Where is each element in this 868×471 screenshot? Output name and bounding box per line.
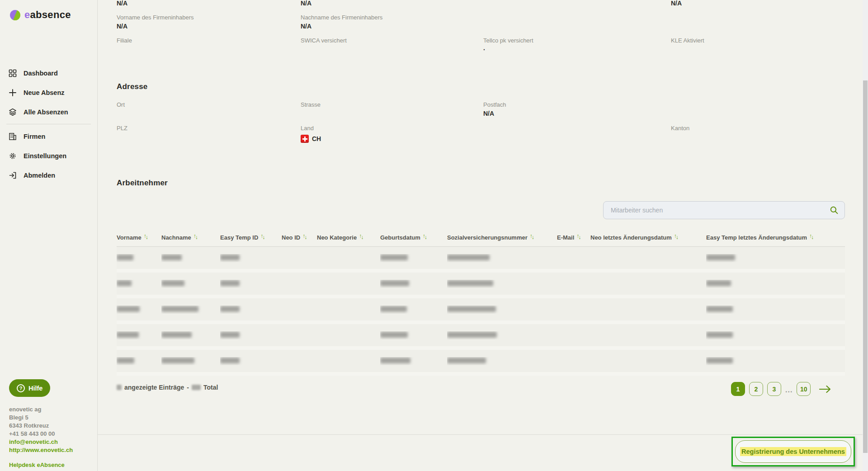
ort-label: Ort [117,101,125,108]
column-header-neo-id[interactable]: Neo ID↑↓ [282,234,317,241]
page-button-3[interactable]: 3 [767,382,781,396]
table-cell [220,254,282,262]
next-page-arrow-icon[interactable] [819,385,831,393]
entries-dash: - [187,384,189,391]
table-cell [447,357,557,365]
sort-icon[interactable]: ↑↓ [193,234,197,240]
column-header-neo-kategorie[interactable]: Neo Kategorie↑↓ [317,234,380,241]
sort-icon[interactable]: ↑↓ [530,234,533,240]
column-header-vorname[interactable]: Vorname↑↓ [117,234,161,241]
table-row[interactable] [117,350,845,376]
redacted-text [380,306,407,312]
column-header-label: E-Mail [557,234,574,241]
table-cell [117,306,161,314]
app-logo[interactable]: eabsence [10,9,71,21]
sort-icon[interactable]: ↑↓ [809,234,813,240]
redacted-text [380,280,409,286]
helpdesk-link[interactable]: Helpdesk eAbsence [9,461,73,469]
column-header-easy-temp-letztes-änderungsdatum[interactable]: Easy Temp letztes Änderungsdatum↑↓ [706,234,845,241]
contact-link[interactable]: info@enovetic.ch [9,438,73,446]
sort-icon[interactable]: ↑↓ [423,234,426,240]
sidebar-divider [6,124,91,124]
contact-line: Blegi 5 [9,414,73,422]
sidebar-item-abmelden[interactable]: Abmelden [0,165,98,185]
sort-icon[interactable]: ↑↓ [674,234,678,240]
vertical-scrollbar[interactable] [863,0,868,471]
table-cell [380,306,447,314]
redacted-text [220,358,240,363]
search-input[interactable] [610,206,829,214]
table-cell [380,331,447,339]
register-company-button[interactable]: Registrierung des Unternehmens [735,440,851,463]
search-icon[interactable] [829,205,839,215]
redacted-text [447,332,497,338]
scrollbar-thumb[interactable] [863,80,868,453]
sort-icon[interactable]: ↑↓ [260,234,264,240]
sidebar-item-label: Dashboard [24,70,58,77]
contact-link[interactable]: http://www.enovetic.ch [9,446,73,454]
table-cell [220,306,282,314]
sidebar-item-neue-absenz[interactable]: Neue Absenz [0,83,98,102]
sidebar-nav: DashboardNeue AbsenzAlle AbsenzenFirmenE… [0,63,98,185]
table-cell [117,331,161,339]
page-button-10[interactable]: 10 [797,382,811,396]
entries-summary: angezeigte Einträge - Total [117,384,218,391]
sidebar-item-einstellungen[interactable]: Einstellungen [0,146,98,165]
sidebar-item-alle-absenzen[interactable]: Alle Absenzen [0,102,98,122]
sidebar-contact: enovetic agBlegi 56343 Rotkreuz+41 58 44… [9,405,73,469]
layers-icon [9,108,17,116]
help-button-label: Hilfe [28,385,42,392]
pagination-ellipsis: ... [785,386,793,396]
redacted-total-count [192,385,201,390]
sidebar-item-firmen[interactable]: Firmen [0,127,98,146]
entries-label: angezeigte Einträge [124,384,184,391]
table-cell [380,254,447,262]
sidebar-item-dashboard[interactable]: Dashboard [0,63,98,83]
register-company-button-label: Registrierung des Unternehmens [740,447,846,456]
table-row[interactable] [117,247,845,273]
table-cell [447,254,557,262]
table-cell [117,357,161,365]
sort-icon[interactable]: ↑↓ [359,234,363,240]
table-cell [706,306,845,314]
table-cell [706,357,845,365]
help-button[interactable]: ? Hilfe [9,379,50,397]
question-mark-icon: ? [17,384,25,392]
redacted-text [161,306,198,312]
column-header-nachname[interactable]: Nachname↑↓ [161,234,220,241]
table-cell [447,331,557,339]
column-header-geburtsdatum[interactable]: Geburtsdatum↑↓ [380,234,447,241]
employee-search-box [603,201,845,219]
column-header-label: Nachname [161,234,191,241]
table-cell [161,254,220,262]
sort-icon[interactable]: ↑↓ [576,234,580,240]
contact-line: 6343 Rotkreuz [9,422,73,430]
column-header-label: Geburtsdatum [380,234,420,241]
column-header-neo-letztes-änderungsdatum[interactable]: Neo letztes Änderungsdatum↑↓ [590,234,706,241]
sidebar-item-label: Einstellungen [24,152,66,160]
dashboard-grid-icon [9,69,17,77]
redacted-text [161,358,194,363]
table-cell [161,280,220,288]
sort-icon[interactable]: ↑↓ [302,234,306,240]
column-header-e-mail[interactable]: E-Mail↑↓ [557,234,590,241]
address-heading: Adresse [117,82,148,91]
table-header-row: Vorname↑↓Nachname↑↓Easy Temp ID↑↓Neo ID↑… [117,228,845,247]
page-button-2[interactable]: 2 [749,382,763,396]
column-header-easy-temp-id[interactable]: Easy Temp ID↑↓ [220,234,282,241]
column-header-sozialversicherungsnummer[interactable]: Sozialversicherungsnummer↑↓ [447,234,557,241]
table-row[interactable] [117,298,845,324]
sidebar-item-label: Abmelden [24,172,55,179]
table-row[interactable] [117,324,845,350]
sort-icon[interactable]: ↑↓ [144,234,147,240]
table-cell [117,254,161,262]
kanton-label: Kanton [671,125,689,132]
table-row[interactable] [117,273,845,298]
column-header-label: Neo letztes Änderungsdatum [590,234,672,241]
strasse-label: Strasse [301,101,321,108]
page-button-1[interactable]: 1 [731,382,745,396]
main-content: N/A N/A N/A Vorname des Firmeninhabers N… [98,0,863,471]
filiale-label: Filiale [117,37,132,44]
building-icon [9,132,17,141]
redacted-text [706,254,735,260]
